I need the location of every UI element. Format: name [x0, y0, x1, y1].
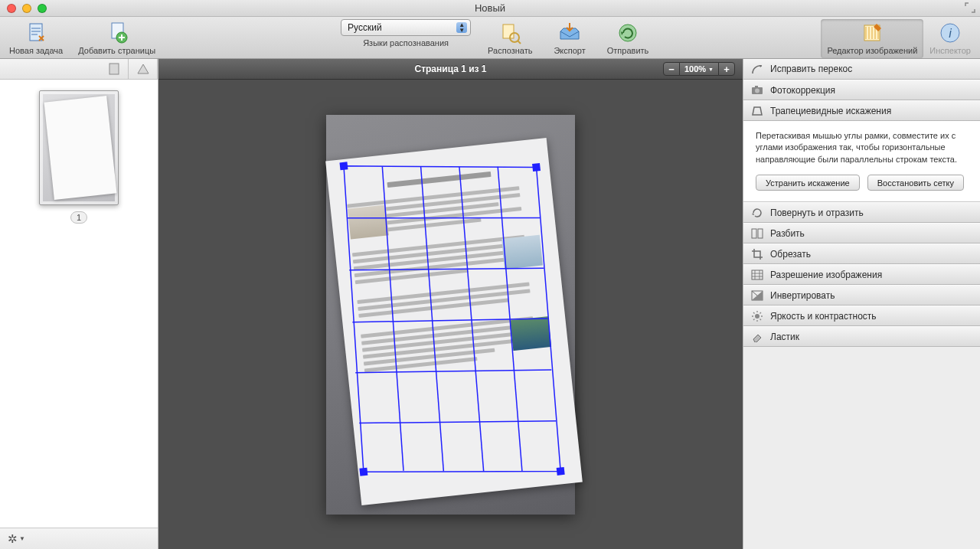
trapezoid-panel: Перетаскивая мышью углы рамки, совместит…: [743, 121, 980, 202]
tool-brightness-label: Яркость и контрастность: [770, 311, 877, 322]
tool-invert[interactable]: Инвертировать: [743, 285, 980, 306]
tool-resolution[interactable]: Разрешение изображения: [743, 264, 980, 285]
tool-rotate-label: Повернуть и отразить: [770, 208, 864, 218]
tool-rotate[interactable]: Повернуть и отразить: [743, 202, 980, 223]
tool-trapezoid-label: Трапециевидные искажения: [770, 106, 891, 116]
split-icon: [751, 227, 763, 240]
resolution-icon: [751, 269, 763, 281]
sidebar-tab-warnings[interactable]: [129, 59, 158, 79]
image-canvas-area: Страница 1 из 1 − 100%▼ +: [158, 59, 743, 549]
rotate-icon: [751, 207, 763, 219]
svg-rect-9: [109, 64, 119, 74]
deskew-icon: [751, 63, 763, 75]
send-button[interactable]: Отправить: [603, 19, 654, 55]
tool-split[interactable]: Разбить: [743, 223, 980, 243]
tool-invert-label: Инвертировать: [770, 290, 835, 301]
tool-photo-correction[interactable]: Фотокоррекция: [743, 80, 980, 100]
camera-icon: [751, 84, 763, 96]
svg-rect-3: [503, 25, 514, 38]
invert-icon: [751, 289, 763, 302]
add-pages-icon: [105, 21, 129, 45]
tool-deskew[interactable]: Исправить перекос: [743, 59, 980, 80]
send-label: Отправить: [607, 46, 649, 55]
sidebar-tab-pages[interactable]: [100, 59, 129, 79]
scanned-image[interactable]: [326, 115, 575, 515]
thumbnails-sidebar: 1 ✲▼: [0, 59, 158, 549]
tool-trapezoid[interactable]: Трапециевидные искажения: [743, 100, 980, 121]
page-thumbnail-1[interactable]: [39, 90, 119, 205]
svg-text:i: i: [949, 27, 952, 40]
recognize-label: Распознать: [488, 46, 532, 55]
svg-rect-22: [755, 86, 758, 88]
image-editor-label: Редактор изображений: [827, 46, 917, 55]
tool-photo-correction-label: Фотокоррекция: [770, 85, 835, 96]
tool-crop[interactable]: Обрезать: [743, 243, 980, 264]
titlebar: Новый: [0, 0, 980, 17]
export-button[interactable]: Экспорт: [549, 19, 590, 55]
tool-crop-label: Обрезать: [770, 249, 811, 260]
fullscreen-icon[interactable]: [965, 2, 975, 13]
svg-line-32: [753, 312, 755, 314]
send-icon: [616, 21, 640, 45]
tool-eraser[interactable]: Ластик: [743, 326, 980, 347]
brightness-icon: [751, 310, 763, 322]
svg-rect-23: [752, 229, 756, 238]
add-pages-label: Добавить страницы: [78, 46, 155, 55]
svg-rect-25: [752, 270, 763, 279]
zoom-level-dropdown[interactable]: 100%▼: [680, 62, 718, 76]
svg-line-34: [753, 319, 755, 320]
crop-icon: [751, 248, 763, 260]
window-title: Новый: [0, 2, 980, 14]
new-task-button[interactable]: Новая задача: [5, 19, 67, 58]
zoom-in-button[interactable]: +: [718, 62, 735, 76]
svg-point-21: [755, 88, 760, 93]
page-icon: [109, 63, 119, 75]
tool-brightness[interactable]: Яркость и контрастность: [743, 306, 980, 326]
trapezoid-icon: [751, 105, 763, 117]
tool-deskew-label: Исправить перекос: [770, 64, 852, 74]
eraser-icon: [751, 331, 763, 343]
tool-split-label: Разбить: [770, 228, 805, 239]
warning-icon: [137, 64, 149, 74]
page-indicator: Страница 1 из 1: [158, 64, 743, 74]
zoom-out-button[interactable]: −: [663, 62, 680, 76]
main-toolbar: Новая задача Добавить страницы Русский ▲…: [0, 17, 980, 59]
language-caption: Языки распознавания: [363, 38, 449, 47]
sidebar-spacer: [0, 59, 100, 79]
thumbnail-number: 1: [70, 211, 87, 224]
svg-point-27: [755, 314, 760, 319]
fix-distortion-button[interactable]: Устранить искажение: [756, 175, 860, 191]
new-task-label: Новая задача: [9, 46, 63, 55]
inspector-icon: i: [938, 21, 962, 45]
export-label: Экспорт: [554, 46, 585, 55]
image-editor-tab[interactable]: Редактор изображений: [821, 19, 923, 58]
gear-icon: ✲: [8, 532, 18, 546]
inspector-label: Инспектор: [929, 46, 971, 55]
language-select[interactable]: Русский ▲▼: [341, 19, 471, 36]
tool-eraser-label: Ластик: [770, 332, 799, 342]
tool-resolution-label: Разрешение изображения: [770, 270, 882, 280]
inspector-tab[interactable]: i Инспектор: [923, 19, 977, 58]
image-editor-panel: Исправить перекос Фотокоррекция Трапецие…: [743, 59, 980, 549]
recognize-icon: [498, 21, 522, 45]
export-icon: [557, 21, 582, 45]
new-task-icon: [24, 21, 48, 45]
svg-rect-24: [758, 229, 763, 238]
sidebar-settings-button[interactable]: ✲▼: [8, 532, 25, 546]
add-pages-button[interactable]: Добавить страницы: [74, 19, 160, 58]
svg-line-35: [760, 312, 762, 314]
reset-grid-button[interactable]: Восстановить сетку: [867, 175, 964, 191]
recognize-button[interactable]: Распознать: [483, 19, 537, 55]
language-value: Русский: [348, 22, 382, 33]
image-editor-icon: [860, 21, 884, 45]
trapezoid-help-text: Перетаскивая мышью углы рамки, совместит…: [756, 130, 968, 165]
svg-line-33: [760, 319, 762, 320]
